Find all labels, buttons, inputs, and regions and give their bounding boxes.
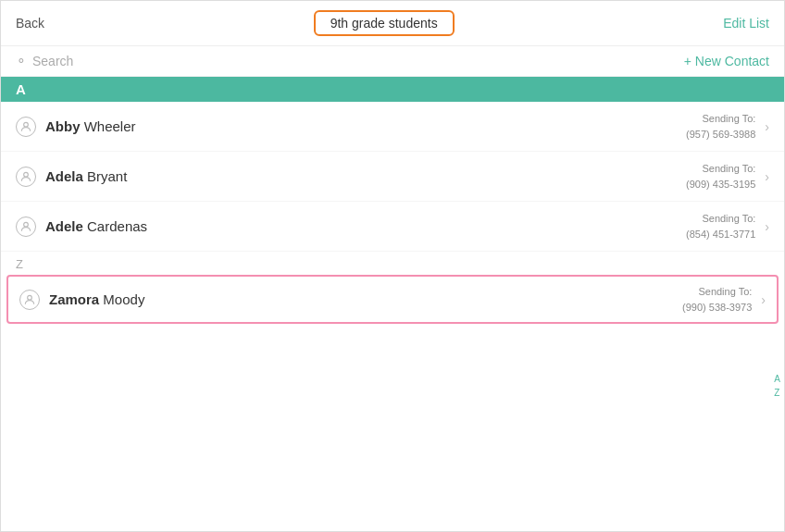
contact-left: Adela Bryant bbox=[16, 167, 127, 187]
chevron-right-icon: › bbox=[765, 219, 769, 234]
sending-to-info: Sending To: (990) 538-3973 bbox=[682, 284, 752, 315]
contact-name: Adela Bryant bbox=[45, 168, 127, 184]
alpha-divider-z: Z bbox=[1, 252, 784, 273]
contact-right: Sending To: (957) 569-3988 › bbox=[686, 111, 769, 142]
alpha-index-z[interactable]: Z bbox=[774, 387, 780, 399]
contact-row-highlighted[interactable]: Zamora Moody Sending To: (990) 538-3973 … bbox=[6, 275, 779, 324]
svg-point-3 bbox=[28, 295, 32, 300]
app-container: Back 9th grade students Edit List ⚬ Sear… bbox=[0, 0, 785, 532]
svg-point-0 bbox=[24, 122, 29, 127]
sending-to-info: Sending To: (854) 451-3771 bbox=[686, 211, 755, 241]
avatar bbox=[16, 117, 36, 137]
contact-name: Adele Cardenas bbox=[45, 218, 147, 234]
contact-right: Sending To: (909) 435-3195 › bbox=[686, 161, 769, 192]
contact-left: Adele Cardenas bbox=[16, 217, 147, 237]
search-icon: ⚬ bbox=[16, 54, 27, 68]
avatar bbox=[16, 167, 36, 187]
edit-list-button[interactable]: Edit List bbox=[723, 16, 769, 31]
search-placeholder: Search bbox=[32, 54, 73, 68]
sending-to-info: Sending To: (957) 569-3988 bbox=[686, 111, 755, 142]
contact-name: Abby Wheeler bbox=[45, 118, 136, 134]
alpha-index: A Z bbox=[774, 373, 784, 399]
svg-point-1 bbox=[24, 172, 29, 177]
chevron-right-icon: › bbox=[765, 169, 769, 184]
section-header-a: A bbox=[1, 77, 784, 102]
contact-left: Abby Wheeler bbox=[16, 117, 136, 137]
new-contact-button[interactable]: + New Contact bbox=[684, 54, 769, 68]
top-bar: Back 9th grade students Edit List bbox=[1, 1, 784, 46]
contact-left: Zamora Moody bbox=[19, 290, 144, 310]
svg-point-2 bbox=[24, 222, 29, 227]
chevron-right-icon: › bbox=[765, 119, 769, 134]
avatar bbox=[16, 217, 36, 237]
contact-row[interactable]: Adele Cardenas Sending To: (854) 451-377… bbox=[1, 202, 784, 252]
search-left: ⚬ Search bbox=[16, 54, 73, 68]
contact-name: Zamora Moody bbox=[49, 291, 144, 307]
contact-row[interactable]: Abby Wheeler Sending To: (957) 569-3988 … bbox=[1, 102, 784, 152]
search-bar: ⚬ Search + New Contact bbox=[1, 46, 784, 77]
alpha-index-a[interactable]: A bbox=[774, 373, 780, 385]
page-title: 9th grade students bbox=[314, 10, 455, 36]
sending-to-info: Sending To: (909) 435-3195 bbox=[686, 161, 755, 192]
contact-row[interactable]: Adela Bryant Sending To: (909) 435-3195 … bbox=[1, 152, 784, 202]
back-button[interactable]: Back bbox=[16, 16, 44, 31]
avatar bbox=[19, 290, 40, 310]
contact-right: Sending To: (854) 451-3771 › bbox=[686, 211, 769, 241]
chevron-right-icon: › bbox=[761, 292, 766, 307]
contact-right: Sending To: (990) 538-3973 › bbox=[682, 284, 766, 315]
main-content: A Abby Wheeler Sending To: (957) 569-398… bbox=[1, 77, 784, 531]
